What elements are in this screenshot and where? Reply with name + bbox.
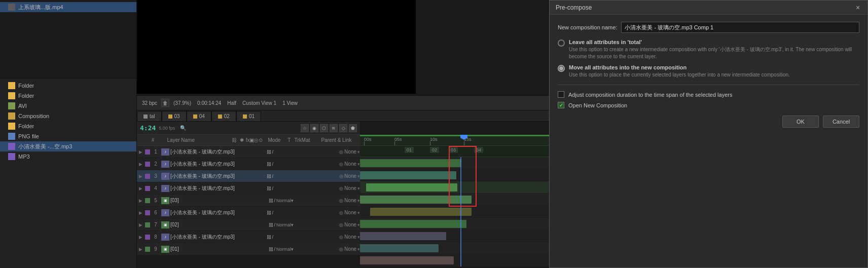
layer-row-8[interactable]: ▶ 8 ♪ [小清水亜美 - 玻璃の空.mp3] ⛓ / ◎ None ▾ bbox=[137, 231, 360, 243]
shy-switch-7[interactable]: / bbox=[274, 222, 276, 227]
row-name-6: [小清水亜美 - 玻璃の空.mp3] bbox=[170, 209, 267, 216]
ok-button[interactable]: OK bbox=[782, 116, 819, 128]
layer-list-header: # Layer Name ⛓ ✱ fx▣◎⊙ Mode T TrkMat Par… bbox=[137, 135, 360, 146]
solo-switch-6[interactable]: ⛓ bbox=[267, 210, 271, 215]
row-num-7: 7 bbox=[151, 222, 160, 227]
list-item-mp3[interactable]: 小清水亜美 -...空.mp3 bbox=[0, 141, 136, 151]
col-icons2: ✱ bbox=[240, 137, 245, 143]
row-name-7: [02] bbox=[170, 222, 269, 227]
radio-label-2: Move all attributes into the new composi… bbox=[569, 64, 790, 70]
radio-option-1[interactable] bbox=[558, 40, 565, 47]
col-t: T bbox=[287, 137, 294, 143]
tl-ruler-row: 00s 05s 10s 15s bbox=[360, 135, 549, 146]
layer-row-6[interactable]: ▶ 6 ♪ [小清水亜美 - 玻璃の空.mp3] ⛓ / ◎ None ▾ bbox=[137, 207, 360, 219]
solo-icon[interactable]: ☆ bbox=[301, 124, 309, 132]
ruler-mark-05s: 05s bbox=[394, 137, 402, 142]
solo-switch-7[interactable]: ⛓ bbox=[269, 222, 273, 227]
checkbox-2[interactable] bbox=[558, 102, 564, 108]
expand-2[interactable]: ▶ bbox=[137, 162, 144, 167]
mp3-icon-2 bbox=[8, 153, 15, 160]
row-num-9: 9 bbox=[151, 246, 160, 252]
row-color-9 bbox=[145, 247, 150, 252]
shy-switch-3[interactable]: / bbox=[272, 174, 274, 179]
row-icon-7: ▣ bbox=[161, 221, 169, 228]
bar-2 bbox=[360, 171, 456, 179]
expand-6[interactable]: ▶ bbox=[137, 210, 144, 215]
shy-switch-5[interactable]: / bbox=[274, 198, 276, 203]
cancel-button[interactable]: Cancel bbox=[823, 116, 859, 128]
bar-3 bbox=[366, 183, 457, 192]
solo-switch-1[interactable]: ⛓ bbox=[267, 149, 271, 155]
list-item-png-file[interactable]: PNG file bbox=[0, 131, 136, 141]
composition-icon bbox=[8, 112, 15, 120]
radio-option-2[interactable] bbox=[558, 65, 565, 72]
layer-row-4[interactable]: ▶ 4 ♪ [小清水亜美 - 玻璃の空.mp3] ⛓ / ◎ None ▾ bbox=[137, 182, 360, 195]
motion-icon[interactable]: ◉ bbox=[310, 124, 318, 132]
layer-row-9[interactable]: ▶ 9 ▣ [01] ⛓ / Normal▾ ◎ None ▾ bbox=[137, 243, 360, 255]
expand-7[interactable]: ▶ bbox=[137, 222, 144, 227]
folder-icon-2 bbox=[8, 92, 15, 99]
expand-9[interactable]: ▶ bbox=[137, 247, 144, 252]
comp-tab-04[interactable]: 04 bbox=[187, 111, 211, 121]
row-color-7 bbox=[145, 222, 150, 227]
parent-2: ◎ None ▾ bbox=[339, 161, 360, 167]
trash-icon[interactable]: 🗑 bbox=[161, 99, 169, 107]
dialog-divider bbox=[558, 85, 859, 85]
shy-switch-6[interactable]: / bbox=[272, 210, 274, 215]
comp-tab-02[interactable]: 02 bbox=[211, 111, 236, 121]
playhead-bar-9 bbox=[460, 254, 461, 266]
list-item-avi[interactable]: AVI bbox=[0, 101, 136, 111]
dialog-name-input[interactable] bbox=[621, 22, 859, 33]
layer-row-5[interactable]: ▶ 5 ▣ [03] ⛓ / Normal▾ ◎ None ▾ bbox=[137, 195, 360, 207]
solo-switch-8[interactable]: ⛓ bbox=[267, 235, 271, 240]
expand-5[interactable]: ▶ bbox=[137, 198, 144, 203]
file-item-mp4[interactable]: 上系玻璃...版.mp4 bbox=[0, 2, 136, 12]
checkbox-2-row: Open New Composition bbox=[558, 102, 859, 108]
shy-switch-1[interactable]: / bbox=[272, 149, 274, 155]
layer-row-7[interactable]: ▶ 7 ▣ [02] ⛓ / Normal▾ ◎ None ▾ bbox=[137, 219, 360, 231]
row-icon-8: ♪ bbox=[161, 234, 169, 241]
solo-switch-9[interactable]: ⛓ bbox=[269, 247, 273, 252]
solo-switch-2[interactable]: ⛓ bbox=[267, 162, 271, 167]
solo-switch-3[interactable]: ⛓ bbox=[267, 174, 271, 179]
row-icon-9: ▣ bbox=[161, 246, 169, 253]
row-icon-3: ♪ bbox=[161, 173, 169, 180]
expand-8[interactable]: ▶ bbox=[137, 235, 144, 240]
list-item-folder1[interactable]: Folder bbox=[0, 81, 136, 91]
dialog-close-button[interactable]: × bbox=[854, 4, 861, 11]
comp-tab-tal[interactable]: tal bbox=[137, 111, 162, 121]
graph-icon[interactable]: ≋ bbox=[330, 124, 338, 132]
expand-1[interactable]: ▶ bbox=[137, 149, 144, 155]
ruler-mark-10s: 10s bbox=[430, 137, 438, 142]
layer-row-2[interactable]: ▶ 2 ♪ [小清水亜美 - 玻璃の空.mp3] ⛓ / ◎ None ▾ bbox=[137, 158, 360, 170]
solo-switch-5[interactable]: ⛓ bbox=[269, 198, 273, 203]
list-item-mp3-2[interactable]: MP3 bbox=[0, 151, 136, 162]
comp-tab-01[interactable]: 01 bbox=[236, 111, 261, 121]
row-name-4: [小清水亜美 - 玻璃の空.mp3] bbox=[170, 185, 267, 192]
shy-switch-2[interactable]: / bbox=[272, 162, 274, 167]
col-parent: Parent & Link bbox=[321, 137, 360, 143]
expand-3[interactable]: ▶ bbox=[137, 174, 144, 179]
bar-4 bbox=[360, 196, 472, 204]
layer-row-1[interactable]: ▶ 1 ♪ [小清水亜美 - 玻璃の空.mp3] ⛓ / ◎ None ▾ bbox=[137, 146, 360, 158]
list-item-folder3[interactable]: Folder bbox=[0, 121, 136, 131]
radio-option-2-row: Move all attributes into the new composi… bbox=[558, 64, 859, 79]
row-color-2 bbox=[145, 162, 150, 167]
precomp-icon[interactable]: ⬡ bbox=[320, 124, 328, 132]
solo-switch-4[interactable]: ⛓ bbox=[267, 186, 271, 191]
playhead-bar-3 bbox=[460, 181, 461, 194]
row-name-5: [03] bbox=[170, 198, 269, 203]
keyframe-icon[interactable]: ◇ bbox=[339, 124, 347, 132]
shy-switch-8[interactable]: / bbox=[272, 235, 274, 240]
shy-switch-9[interactable]: / bbox=[274, 247, 276, 252]
expand-4[interactable]: ▶ bbox=[137, 186, 144, 191]
row-num-6: 6 bbox=[151, 210, 160, 215]
marker-icon[interactable]: ⬟ bbox=[349, 124, 357, 132]
shy-switch-4[interactable]: / bbox=[272, 186, 274, 191]
ruler-mark-00s: 00s bbox=[364, 137, 372, 142]
list-item-folder2[interactable]: Folder bbox=[0, 91, 136, 101]
layer-row-3[interactable]: ▶ 3 ♪ [小清水亜美 - 玻璃の空.mp3] ⛓ / ◎ None ▾ bbox=[137, 170, 360, 182]
comp-tab-03[interactable]: 03 bbox=[162, 111, 187, 121]
list-item-composition[interactable]: Composition bbox=[0, 111, 136, 121]
checkbox-1[interactable] bbox=[558, 91, 564, 98]
